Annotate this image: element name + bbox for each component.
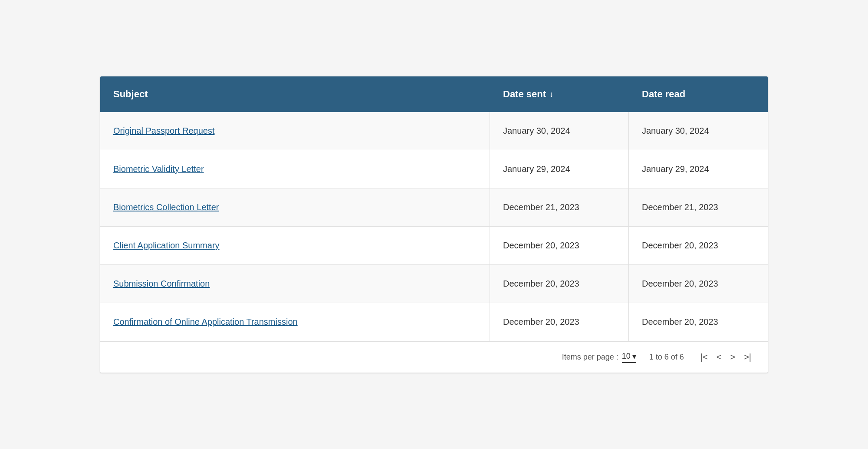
date-read-cell: December 20, 2023	[629, 265, 768, 303]
items-per-page-control: Items per page : 10 ▾	[562, 352, 636, 363]
table-row: Original Passport Request January 30, 20…	[100, 112, 768, 150]
subject-cell: Client Application Summary	[100, 227, 490, 264]
subject-cell: Confirmation of Online Application Trans…	[100, 303, 490, 341]
date-sent-cell: December 20, 2023	[490, 303, 629, 341]
table-row: Client Application Summary December 20, …	[100, 227, 768, 265]
subject-cell: Original Passport Request	[100, 112, 490, 150]
date-sent-cell: December 20, 2023	[490, 227, 629, 264]
table-row: Biometrics Collection Letter December 21…	[100, 188, 768, 227]
pagination-controls: |< < > >|	[697, 350, 755, 364]
date-sent-cell: December 20, 2023	[490, 265, 629, 303]
table-row: Confirmation of Online Application Trans…	[100, 303, 768, 341]
date-sent-cell: January 30, 2024	[490, 112, 629, 150]
table-footer: Items per page : 10 ▾ 1 to 6 of 6 |< < >…	[100, 341, 768, 373]
items-per-page-label: Items per page :	[562, 353, 618, 362]
items-per-page-value: 10	[622, 352, 631, 361]
subject-cell: Biometric Validity Letter	[100, 150, 490, 188]
table-header: Subject Date sent ↓ Date read	[100, 76, 768, 112]
date-read-cell: January 29, 2024	[629, 150, 768, 188]
subject-link-original-passport[interactable]: Original Passport Request	[113, 126, 214, 135]
subject-link-submission-confirmation[interactable]: Submission Confirmation	[113, 279, 210, 288]
messages-table: Subject Date sent ↓ Date read Original P…	[100, 76, 768, 373]
table-row: Biometric Validity Letter January 29, 20…	[100, 150, 768, 188]
date-read-cell: December 21, 2023	[629, 188, 768, 226]
pagination-info: 1 to 6 of 6	[649, 353, 684, 362]
dropdown-arrow-icon: ▾	[632, 352, 636, 361]
prev-page-button[interactable]: <	[713, 350, 725, 364]
header-subject: Subject	[100, 76, 490, 112]
table-row: Submission Confirmation December 20, 202…	[100, 265, 768, 303]
subject-cell: Submission Confirmation	[100, 265, 490, 303]
next-page-button[interactable]: >	[727, 350, 739, 364]
table-body: Original Passport Request January 30, 20…	[100, 112, 768, 341]
date-sent-cell: December 21, 2023	[490, 188, 629, 226]
date-sent-cell: January 29, 2024	[490, 150, 629, 188]
subject-link-biometrics-collection[interactable]: Biometrics Collection Letter	[113, 202, 219, 212]
subject-link-biometric-validity[interactable]: Biometric Validity Letter	[113, 164, 204, 174]
subject-link-client-application[interactable]: Client Application Summary	[113, 241, 220, 250]
date-read-cell: January 30, 2024	[629, 112, 768, 150]
first-page-button[interactable]: |<	[697, 350, 711, 364]
sort-arrow-icon: ↓	[549, 90, 553, 99]
date-read-cell: December 20, 2023	[629, 227, 768, 264]
header-date-sent[interactable]: Date sent ↓	[490, 76, 629, 112]
subject-cell: Biometrics Collection Letter	[100, 188, 490, 226]
date-read-cell: December 20, 2023	[629, 303, 768, 341]
last-page-button[interactable]: >|	[740, 350, 755, 364]
subject-link-online-application[interactable]: Confirmation of Online Application Trans…	[113, 317, 298, 327]
header-date-read: Date read	[629, 76, 768, 112]
items-per-page-select[interactable]: 10 ▾	[622, 352, 636, 363]
